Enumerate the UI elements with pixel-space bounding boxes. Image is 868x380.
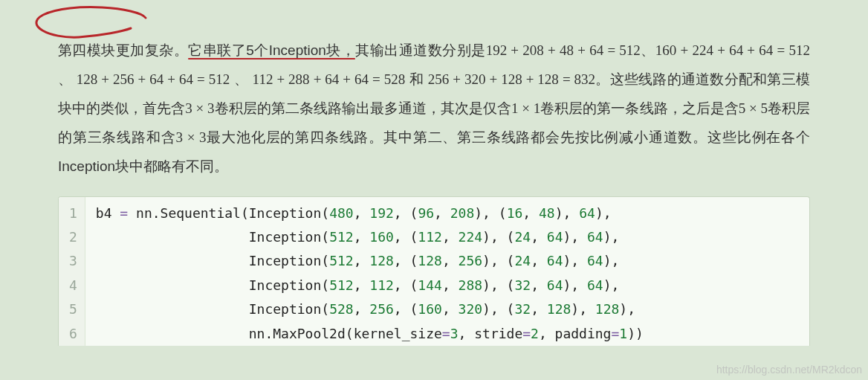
code-gutter: 1 2 3 4 5 6 <box>59 197 85 346</box>
eq-4: 112 + 288 + 64 + 64 = 528 <box>253 71 406 87</box>
code-line-3: Inception(512, 128, (128, 256), (24, 64)… <box>96 249 799 273</box>
eq-3: 128 + 256 + 64 + 64 = 512 <box>77 71 230 87</box>
code-line-6: nn.MaxPool2d(kernel_size=3, stride=2, pa… <box>96 322 799 346</box>
code-content[interactable]: b4 = nn.Sequential(Inception(480, 192, (… <box>85 197 809 346</box>
text: 、 <box>58 71 77 87</box>
text: 和 <box>405 71 427 87</box>
eq-2: 160 + 224 + 64 + 64 = 512 <box>655 42 810 58</box>
article-body: 第四模块更加复杂。它串联了5个Inception块，其输出通道数分别是192 +… <box>0 0 868 181</box>
line-number: 1 <box>69 202 77 225</box>
text: 卷积层的第二条线路输出最多通道，其次是仅含 <box>215 100 512 116</box>
math-5x5: 5 × 5 <box>739 100 768 116</box>
paragraph-module4: 第四模块更加复杂。它串联了5个Inception块，其输出通道数分别是192 +… <box>58 36 810 181</box>
code-line-5: Inception(528, 256, (160, 320), (32, 128… <box>96 297 799 321</box>
code-line-1: b4 = nn.Sequential(Inception(480, 192, (… <box>96 202 799 225</box>
underlined-span: 它串联了5个Inception块， <box>188 42 355 58</box>
line-number: 4 <box>69 274 77 297</box>
line-number: 6 <box>69 322 77 346</box>
watermark-text: https://blog.csdn.net/MR2kdcon <box>716 364 862 376</box>
text: 第四模块更加复杂。 <box>58 42 188 58</box>
text: 、 <box>230 71 252 87</box>
eq-5: 256 + 320 + 128 + 128 = 832 <box>428 71 595 87</box>
math-3x3: 3 × 3 <box>185 100 214 116</box>
text: 卷积层的第一条线路，之后是含 <box>540 100 738 116</box>
line-number: 5 <box>69 297 77 321</box>
code-block: 1 2 3 4 5 6 b4 = nn.Sequential(Inception… <box>58 196 810 346</box>
text: 其输出通道数分别是 <box>355 42 485 58</box>
code-line-2: Inception(512, 160, (112, 224), (24, 64)… <box>96 225 799 249</box>
text: 、 <box>641 42 655 58</box>
eq-1: 192 + 208 + 48 + 64 = 512 <box>486 42 641 58</box>
line-number: 3 <box>69 249 77 273</box>
math-1x1: 1 × 1 <box>511 100 540 116</box>
code-line-4: Inception(512, 112, (144, 288), (32, 64)… <box>96 274 799 297</box>
line-number: 2 <box>69 225 77 249</box>
math-3x3: 3 × 3 <box>176 129 207 145</box>
